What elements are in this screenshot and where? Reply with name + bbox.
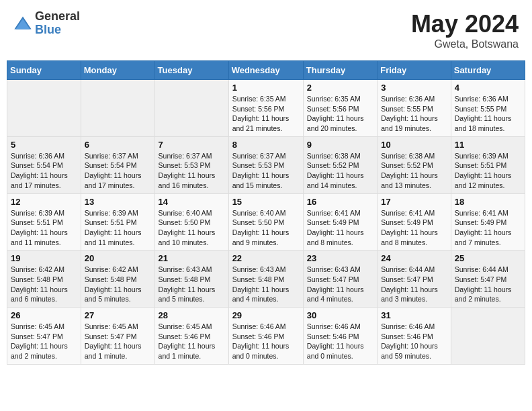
day-info: Sunrise: 6:46 AMSunset: 5:46 PMDaylight:… xyxy=(232,322,300,361)
title-block: May 2024 Gweta, Botswana xyxy=(411,10,519,50)
day-info: Sunrise: 6:39 AMSunset: 5:51 PMDaylight:… xyxy=(85,208,151,248)
cell-4-4: 22Sunrise: 6:43 AMSunset: 5:48 PMDayligh… xyxy=(228,250,303,308)
calendar-body: 1Sunrise: 6:35 AMSunset: 5:56 PMDaylight… xyxy=(7,80,525,365)
logo: General Blue xyxy=(13,10,80,37)
day-info: Sunrise: 6:45 AMSunset: 5:46 PMDaylight:… xyxy=(159,322,225,361)
header-friday: Friday xyxy=(378,61,451,80)
day-number: 13 xyxy=(85,197,151,207)
week-row-5: 26Sunrise: 6:45 AMSunset: 5:47 PMDayligh… xyxy=(7,308,525,365)
cell-2-5: 9Sunrise: 6:38 AMSunset: 5:52 PMDaylight… xyxy=(303,136,377,193)
day-number: 21 xyxy=(159,253,225,263)
day-info: Sunrise: 6:46 AMSunset: 5:46 PMDaylight:… xyxy=(381,322,447,361)
week-row-3: 12Sunrise: 6:39 AMSunset: 5:51 PMDayligh… xyxy=(7,193,525,250)
day-info: Sunrise: 6:44 AMSunset: 5:47 PMDaylight:… xyxy=(455,265,521,304)
day-info: Sunrise: 6:41 AMSunset: 5:49 PMDaylight:… xyxy=(381,208,447,248)
week-row-2: 5Sunrise: 6:36 AMSunset: 5:54 PMDaylight… xyxy=(7,136,525,193)
header-monday: Monday xyxy=(81,61,154,80)
day-info: Sunrise: 6:43 AMSunset: 5:48 PMDaylight:… xyxy=(159,265,225,304)
cell-5-3: 28Sunrise: 6:45 AMSunset: 5:46 PMDayligh… xyxy=(154,308,228,365)
cell-1-1 xyxy=(7,80,81,137)
day-info: Sunrise: 6:40 AMSunset: 5:50 PMDaylight:… xyxy=(232,208,300,248)
header-sunday: Sunday xyxy=(7,61,81,80)
day-number: 11 xyxy=(455,140,521,150)
cell-2-1: 5Sunrise: 6:36 AMSunset: 5:54 PMDaylight… xyxy=(7,136,81,193)
week-row-4: 19Sunrise: 6:42 AMSunset: 5:48 PMDayligh… xyxy=(7,250,525,308)
day-number: 24 xyxy=(381,253,447,263)
cell-1-6: 3Sunrise: 6:36 AMSunset: 5:55 PMDaylight… xyxy=(378,80,451,137)
day-info: Sunrise: 6:45 AMSunset: 5:47 PMDaylight:… xyxy=(11,322,77,361)
cell-4-1: 19Sunrise: 6:42 AMSunset: 5:48 PMDayligh… xyxy=(7,250,81,308)
logo-line1: General xyxy=(35,10,80,24)
day-number: 15 xyxy=(232,197,300,207)
day-info: Sunrise: 6:45 AMSunset: 5:47 PMDaylight:… xyxy=(85,322,151,361)
day-number: 7 xyxy=(159,140,225,150)
day-number: 27 xyxy=(85,310,151,320)
logo-line2: Blue xyxy=(35,24,80,37)
day-info: Sunrise: 6:44 AMSunset: 5:47 PMDaylight:… xyxy=(381,265,447,304)
day-info: Sunrise: 6:37 AMSunset: 5:53 PMDaylight:… xyxy=(232,151,300,191)
day-number: 3 xyxy=(381,83,447,93)
day-info: Sunrise: 6:39 AMSunset: 5:51 PMDaylight:… xyxy=(455,151,521,191)
cell-4-7: 25Sunrise: 6:44 AMSunset: 5:47 PMDayligh… xyxy=(451,250,525,308)
day-info: Sunrise: 6:43 AMSunset: 5:47 PMDaylight:… xyxy=(307,265,373,304)
cell-3-4: 15Sunrise: 6:40 AMSunset: 5:50 PMDayligh… xyxy=(228,193,303,250)
cell-5-5: 30Sunrise: 6:46 AMSunset: 5:46 PMDayligh… xyxy=(303,308,377,365)
day-number: 4 xyxy=(455,83,521,93)
day-number: 6 xyxy=(85,140,151,150)
day-number: 25 xyxy=(455,253,521,263)
week-row-1: 1Sunrise: 6:35 AMSunset: 5:56 PMDaylight… xyxy=(7,80,525,137)
cell-1-3 xyxy=(154,80,228,137)
day-number: 26 xyxy=(11,310,77,320)
day-number: 29 xyxy=(232,310,300,320)
cell-1-5: 2Sunrise: 6:35 AMSunset: 5:56 PMDaylight… xyxy=(303,80,377,137)
day-number: 30 xyxy=(307,310,373,320)
day-number: 20 xyxy=(85,253,151,263)
day-number: 28 xyxy=(159,310,225,320)
day-info: Sunrise: 6:38 AMSunset: 5:52 PMDaylight:… xyxy=(381,151,447,191)
day-info: Sunrise: 6:35 AMSunset: 5:56 PMDaylight:… xyxy=(307,94,373,134)
cell-4-5: 23Sunrise: 6:43 AMSunset: 5:47 PMDayligh… xyxy=(303,250,377,308)
calendar-subtitle: Gweta, Botswana xyxy=(411,38,519,50)
cell-3-6: 17Sunrise: 6:41 AMSunset: 5:49 PMDayligh… xyxy=(378,193,451,250)
day-number: 31 xyxy=(381,310,447,320)
day-number: 17 xyxy=(381,197,447,207)
cell-3-1: 12Sunrise: 6:39 AMSunset: 5:51 PMDayligh… xyxy=(7,193,81,250)
day-number: 23 xyxy=(307,253,373,263)
page-header: General Blue May 2024 Gweta, Botswana xyxy=(7,7,525,54)
calendar-table: Sunday Monday Tuesday Wednesday Thursday… xyxy=(7,60,525,365)
calendar-title: May 2024 xyxy=(411,10,519,38)
day-info: Sunrise: 6:39 AMSunset: 5:51 PMDaylight:… xyxy=(11,208,77,248)
header-wednesday: Wednesday xyxy=(228,61,303,80)
cell-2-3: 7Sunrise: 6:37 AMSunset: 5:53 PMDaylight… xyxy=(154,136,228,193)
cell-3-3: 14Sunrise: 6:40 AMSunset: 5:50 PMDayligh… xyxy=(154,193,228,250)
header-saturday: Saturday xyxy=(451,61,525,80)
day-info: Sunrise: 6:37 AMSunset: 5:53 PMDaylight:… xyxy=(159,151,225,191)
day-number: 10 xyxy=(381,140,447,150)
day-number: 1 xyxy=(232,83,300,93)
cell-4-2: 20Sunrise: 6:42 AMSunset: 5:48 PMDayligh… xyxy=(81,250,154,308)
cell-2-4: 8Sunrise: 6:37 AMSunset: 5:53 PMDaylight… xyxy=(228,136,303,193)
day-number: 19 xyxy=(11,253,77,263)
cell-3-5: 16Sunrise: 6:41 AMSunset: 5:49 PMDayligh… xyxy=(303,193,377,250)
day-number: 14 xyxy=(159,197,225,207)
day-info: Sunrise: 6:37 AMSunset: 5:54 PMDaylight:… xyxy=(85,151,151,191)
day-info: Sunrise: 6:41 AMSunset: 5:49 PMDaylight:… xyxy=(307,208,373,248)
cell-2-6: 10Sunrise: 6:38 AMSunset: 5:52 PMDayligh… xyxy=(378,136,451,193)
day-info: Sunrise: 6:36 AMSunset: 5:54 PMDaylight:… xyxy=(11,151,77,191)
cell-4-3: 21Sunrise: 6:43 AMSunset: 5:48 PMDayligh… xyxy=(154,250,228,308)
cell-5-6: 31Sunrise: 6:46 AMSunset: 5:46 PMDayligh… xyxy=(378,308,451,365)
day-info: Sunrise: 6:38 AMSunset: 5:52 PMDaylight:… xyxy=(307,151,373,191)
cell-5-7 xyxy=(451,308,525,365)
cell-1-2 xyxy=(81,80,154,137)
cell-1-7: 4Sunrise: 6:36 AMSunset: 5:55 PMDaylight… xyxy=(451,80,525,137)
header-tuesday: Tuesday xyxy=(154,61,228,80)
cell-5-2: 27Sunrise: 6:45 AMSunset: 5:47 PMDayligh… xyxy=(81,308,154,365)
day-number: 18 xyxy=(455,197,521,207)
day-number: 5 xyxy=(11,140,77,150)
logo-icon xyxy=(13,14,32,33)
day-info: Sunrise: 6:43 AMSunset: 5:48 PMDaylight:… xyxy=(232,265,300,304)
day-info: Sunrise: 6:36 AMSunset: 5:55 PMDaylight:… xyxy=(455,94,521,134)
day-number: 9 xyxy=(307,140,373,150)
cell-3-2: 13Sunrise: 6:39 AMSunset: 5:51 PMDayligh… xyxy=(81,193,154,250)
day-info: Sunrise: 6:36 AMSunset: 5:55 PMDaylight:… xyxy=(381,94,447,134)
